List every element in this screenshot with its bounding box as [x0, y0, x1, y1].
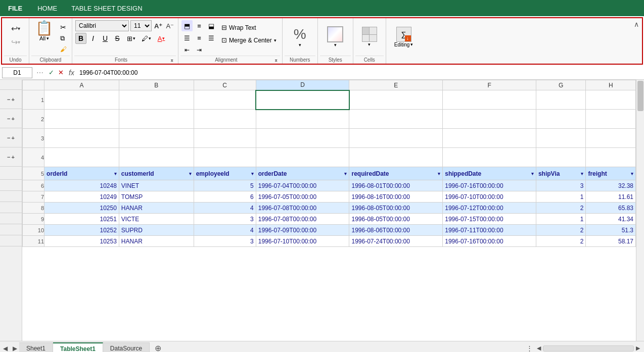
col-header-c[interactable]: C — [194, 80, 256, 90]
align-bottom-button[interactable]: ⬓ — [206, 20, 217, 31]
col-shipvia-header[interactable]: shipVia ▾ — [536, 167, 586, 180]
increase-indent-button[interactable]: ⇥ — [194, 44, 205, 56]
cell-orderid-0[interactable]: 10248 — [44, 180, 119, 191]
cell-employeeid-5[interactable]: 3 — [194, 236, 256, 247]
col-header-e[interactable]: E — [349, 80, 443, 90]
bold-button[interactable]: B — [75, 33, 86, 44]
cell-freight-4[interactable]: 51.3 — [586, 225, 636, 236]
vscroll-thumb[interactable] — [637, 81, 643, 111]
horizontal-scrollbar[interactable] — [543, 345, 634, 351]
align-top-button[interactable]: ⬒ — [181, 20, 193, 31]
sheet-options-button[interactable]: ⋮ — [524, 344, 535, 352]
cell-requireddate-1[interactable]: 1996-08-16T00:00:00 — [349, 191, 443, 203]
merge-center-button[interactable]: ⊡ Merge & Center ▾ — [219, 35, 279, 45]
col-customerid-header[interactable]: customerId ▾ — [119, 167, 194, 180]
align-right-button[interactable]: ☰ — [206, 32, 217, 43]
font-size-select[interactable]: 11 — [130, 20, 152, 31]
cell-orderid-2[interactable]: 10250 — [44, 203, 119, 214]
col-orderid-header[interactable]: orderId ▾ — [44, 167, 119, 180]
undo-button[interactable]: ↩▾ — [9, 22, 23, 35]
selected-cell-d1[interactable] — [256, 90, 349, 110]
cell-orderid-3[interactable]: 10251 — [44, 214, 119, 225]
cell-customerid-2[interactable]: HANAR — [119, 203, 194, 214]
strikethrough-button[interactable]: S — [112, 33, 123, 44]
col-employeeid-header[interactable]: employeeId ▾ — [194, 167, 256, 180]
cell-reference-input[interactable] — [2, 67, 32, 78]
row-minus-4[interactable]: − — [7, 154, 10, 160]
col-requireddate-header[interactable]: requiredDate ▾ — [349, 167, 443, 180]
editing-button[interactable]: ↓ ∑ Editing ▾ — [390, 25, 418, 49]
sheet-tab-tablesheet1[interactable]: TableSheet1 — [53, 342, 103, 353]
cell-employeeid-1[interactable]: 6 — [194, 191, 256, 203]
col-header-a[interactable]: A — [44, 80, 119, 90]
cell-freight-1[interactable]: 11.61 — [586, 191, 636, 203]
cell-shipvia-2[interactable]: 2 — [536, 203, 586, 214]
cell-freight-2[interactable]: 65.83 — [586, 203, 636, 214]
formula-input[interactable] — [78, 68, 642, 77]
font-shrink-button[interactable]: A⁻ — [165, 22, 175, 30]
cell-orderdate-5[interactable]: 1996-07-10T00:00:00 — [256, 236, 349, 247]
vertical-scrollbar[interactable] — [636, 80, 644, 341]
cell-shippeddate-4[interactable]: 1996-07-11T00:00:00 — [443, 225, 536, 236]
ribbon-collapse-button[interactable]: ∧ — [634, 20, 639, 28]
cell-customerid-1[interactable]: TOMSP — [119, 191, 194, 203]
col-header-f[interactable]: F — [443, 80, 536, 90]
font-grow-button[interactable]: A⁺ — [153, 22, 163, 30]
col-shippeddate-header[interactable]: shippedDate ▾ — [443, 167, 536, 180]
cell-customerid-5[interactable]: HANAR — [119, 236, 194, 247]
fonts-expand-button[interactable]: ⌅ — [168, 56, 176, 64]
cell-shipvia-1[interactable]: 1 — [536, 191, 586, 203]
row-minus-1[interactable]: − — [7, 96, 10, 103]
cell-shipvia-3[interactable]: 1 — [536, 214, 586, 225]
paste-button[interactable]: 📋 All ▾ — [32, 20, 56, 42]
align-middle-button[interactable]: ≡ — [194, 20, 205, 31]
format-painter-button[interactable]: 🖌 — [58, 44, 69, 54]
cells-button[interactable]: ▾ — [358, 25, 381, 49]
numbers-button[interactable]: % ▾ — [290, 24, 310, 49]
font-color-button[interactable]: A▾ — [154, 33, 168, 44]
col-orderdate-header[interactable]: orderDate ▾ — [256, 167, 349, 180]
add-sheet-button[interactable]: ⊕ — [150, 341, 166, 352]
sheet-nav-left[interactable]: ◀ — [0, 344, 11, 353]
cell-shippeddate-3[interactable]: 1996-07-15T00:00:00 — [443, 214, 536, 225]
font-name-select[interactable]: Calibri — [75, 20, 129, 31]
cell-shipvia-0[interactable]: 3 — [536, 180, 586, 191]
highlight-button[interactable]: 🖊▾ — [139, 33, 153, 44]
cell-requireddate-4[interactable]: 1996-08-06T00:00:00 — [349, 225, 443, 236]
cell-orderid-4[interactable]: 10252 — [44, 225, 119, 236]
check-mark-button[interactable]: ✓ — [48, 69, 55, 76]
row-plus-1[interactable]: + — [12, 96, 15, 103]
cell-customerid-3[interactable]: VICTE — [119, 214, 194, 225]
cell-orderid-1[interactable]: 10249 — [44, 191, 119, 203]
cell-orderdate-2[interactable]: 1996-07-08T00:00:00 — [256, 203, 349, 214]
styles-button[interactable]: ▾ — [323, 24, 347, 49]
col-header-b[interactable]: B — [119, 80, 194, 90]
sheet-tab-datasource[interactable]: DataSource — [103, 342, 150, 352]
sheet-nav-right[interactable]: ▶ — [11, 344, 19, 353]
cell-employeeid-2[interactable]: 4 — [194, 203, 256, 214]
cell-employeeid-4[interactable]: 4 — [194, 225, 256, 236]
cell-orderdate-4[interactable]: 1996-07-09T00:00:00 — [256, 225, 349, 236]
home-menu-item[interactable]: HOME — [30, 0, 64, 16]
cell-freight-0[interactable]: 32.38 — [586, 180, 636, 191]
col-header-g[interactable]: G — [536, 80, 586, 90]
cell-shippeddate-5[interactable]: 1996-07-16T00:00:00 — [443, 236, 536, 247]
cancel-button[interactable]: ✕ — [57, 69, 65, 76]
cell-customerid-0[interactable]: VINET — [119, 180, 194, 191]
cut-button[interactable]: ✂ — [58, 22, 69, 32]
borders-button[interactable]: ⊞▾ — [124, 33, 138, 44]
alignment-expand-button[interactable]: ⌅ — [272, 56, 280, 64]
cell-shippeddate-1[interactable]: 1996-07-10T00:00:00 — [443, 191, 536, 203]
underline-button[interactable]: U — [100, 33, 111, 44]
wrap-text-button[interactable]: ⊟ Wrap Text — [219, 22, 279, 33]
row-plus-4[interactable]: + — [12, 154, 15, 160]
cell-orderdate-0[interactable]: 1996-07-04T00:00:00 — [256, 180, 349, 191]
italic-button[interactable]: I — [87, 33, 99, 44]
grid-wrapper[interactable]: A B C D E F G H 1 — [22, 80, 636, 341]
horizontal-scroll-right[interactable]: ▶ — [636, 345, 640, 351]
row-minus-2[interactable]: − — [7, 116, 10, 122]
cell-requireddate-2[interactable]: 1996-08-05T00:00:00 — [349, 203, 443, 214]
table-sheet-design-menu-item[interactable]: TABLE SHEET DESIGN — [64, 0, 149, 16]
col-freight-header[interactable]: freight ▾ — [586, 167, 636, 180]
cell-shippeddate-2[interactable]: 1996-07-12T00:00:00 — [443, 203, 536, 214]
